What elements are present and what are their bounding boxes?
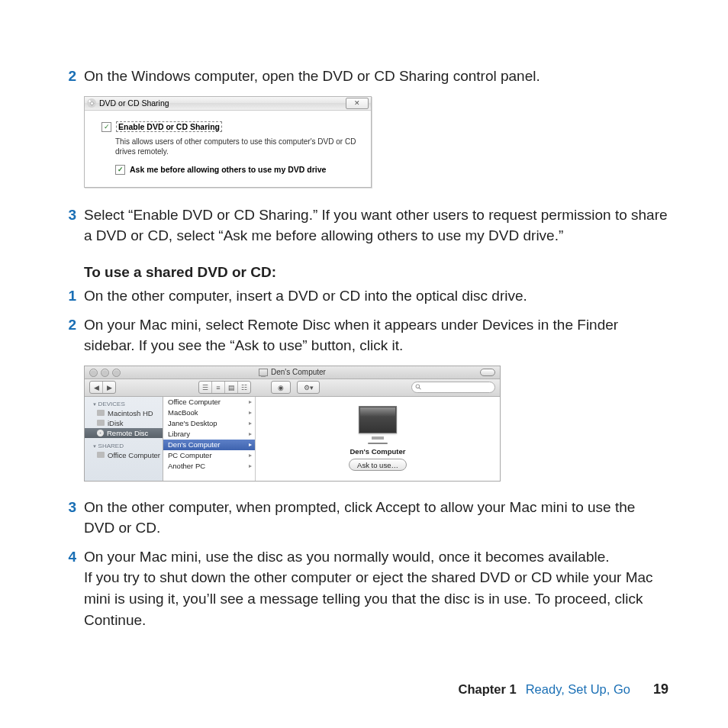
step-number: 2 bbox=[60, 66, 84, 87]
list-item-selected[interactable]: Den's Computer▸ bbox=[163, 440, 255, 450]
checkbox-icon[interactable]: ✓ bbox=[115, 165, 125, 175]
eye-icon[interactable]: ◉ bbox=[272, 382, 290, 393]
step-text: On your Mac mini, use the disc as you no… bbox=[84, 546, 668, 630]
finder-content: DEVICES Macintosh HD iDisk Remote Disc S… bbox=[85, 397, 500, 481]
close-button[interactable]: ✕ bbox=[346, 98, 369, 109]
enable-sharing-description: This allows users of other computers to … bbox=[115, 137, 360, 156]
sub-heading-row: To use a shared DVD or CD: bbox=[60, 262, 668, 283]
list-item-label: Office Computer bbox=[168, 398, 221, 406]
list-item[interactable]: PC Computer▸ bbox=[163, 450, 255, 461]
search-icon: ⚲ bbox=[413, 382, 423, 392]
back-button[interactable]: ◀ bbox=[90, 382, 103, 393]
chevron-right-icon: ▸ bbox=[249, 430, 252, 437]
action-menu-button[interactable]: ⚙▾ bbox=[297, 381, 320, 394]
chevron-right-icon: ▸ bbox=[249, 398, 252, 405]
step-b3: 3 On the other computer, when prompted, … bbox=[60, 497, 668, 539]
window-controls bbox=[89, 369, 121, 377]
step-text: On the other computer, when prompted, cl… bbox=[84, 497, 668, 539]
step-b2: 2 On your Mac mini, select Remote Disc w… bbox=[60, 314, 668, 356]
list-item-label: Another PC bbox=[168, 462, 205, 470]
chapter-label: Chapter 1 bbox=[459, 682, 517, 697]
nav-back-forward[interactable]: ◀ ▶ bbox=[89, 381, 116, 394]
step-b4: 4 On your Mac mini, use the disc as you … bbox=[60, 546, 668, 630]
step-number: 1 bbox=[60, 285, 84, 307]
finder-preview-pane: Den's Computer Ask to use… bbox=[256, 397, 500, 481]
step-text: On the other computer, insert a DVD or C… bbox=[84, 285, 668, 307]
list-view-button[interactable]: ≡ bbox=[212, 382, 225, 393]
step-text: On your Mac mini, select Remote Disc whe… bbox=[84, 314, 668, 356]
enable-sharing-row[interactable]: ✓ Enable DVD or CD Sharing bbox=[101, 121, 360, 132]
close-dot-icon[interactable] bbox=[89, 369, 98, 377]
step-text: On the Windows computer, open the DVD or… bbox=[84, 66, 668, 87]
windows-dvd-sharing-dialog: DVD or CD Sharing ✕ ✓ Enable DVD or CD S… bbox=[84, 96, 372, 188]
step-a2: 2 On the Windows computer, open the DVD … bbox=[60, 66, 668, 87]
list-item-label: MacBook bbox=[168, 408, 198, 417]
document-page: 2 On the Windows computer, open the DVD … bbox=[0, 0, 728, 630]
step-text-extra: If you try to shut down the other comput… bbox=[84, 569, 653, 627]
list-item-label: Den's Computer bbox=[168, 440, 220, 449]
finder-window: Den's Computer ◀ ▶ ☰ ≡ ▤ ☷ ◉ ⚙▾ bbox=[84, 366, 501, 482]
toolbar-toggle-pill[interactable] bbox=[480, 369, 495, 376]
gear-icon[interactable]: ⚙▾ bbox=[298, 382, 319, 393]
ask-me-label: Ask me before allowing others to use my … bbox=[130, 165, 326, 174]
icon-view-button[interactable]: ☰ bbox=[199, 382, 212, 393]
sidebar-item-label: iDisk bbox=[108, 419, 124, 427]
finder-column-list: Office Computer▸ MacBook▸ Jane's Desktop… bbox=[163, 397, 256, 481]
chevron-right-icon: ▸ bbox=[249, 452, 252, 459]
zoom-dot-icon[interactable] bbox=[112, 369, 121, 377]
ask-me-row[interactable]: ✓ Ask me before allowing others to use m… bbox=[115, 164, 360, 175]
sidebar-item-label: Office Computer bbox=[108, 451, 160, 459]
forward-button[interactable]: ▶ bbox=[103, 382, 115, 393]
chevron-right-icon: ▸ bbox=[249, 409, 252, 416]
finder-titlebar: Den's Computer bbox=[85, 366, 500, 379]
sidebar-section-shared[interactable]: SHARED bbox=[85, 441, 163, 450]
minimize-dot-icon[interactable] bbox=[101, 369, 109, 377]
disc-icon bbox=[87, 98, 96, 108]
monitor-stand-icon bbox=[372, 436, 384, 440]
list-item[interactable]: Jane's Desktop▸ bbox=[163, 418, 255, 429]
page-number: 19 bbox=[653, 681, 668, 697]
computer-icon bbox=[359, 406, 397, 433]
monitor-base-icon bbox=[368, 443, 388, 444]
list-item[interactable]: Office Computer▸ bbox=[163, 397, 255, 407]
step-text: Select “Enable DVD or CD Sharing.” If yo… bbox=[84, 205, 668, 246]
search-field[interactable]: ⚲ bbox=[411, 382, 495, 393]
chevron-right-icon: ▸ bbox=[249, 441, 252, 448]
step-text-line: On your Mac mini, use the disc as you no… bbox=[84, 549, 610, 565]
sidebar-item-label: Remote Disc bbox=[107, 429, 148, 437]
list-item[interactable]: MacBook▸ bbox=[163, 407, 255, 418]
finder-title: Den's Computer bbox=[259, 368, 326, 376]
view-switch[interactable]: ☰ ≡ ▤ ☷ bbox=[198, 381, 251, 394]
step-number: 3 bbox=[60, 497, 84, 539]
quicklook-button[interactable]: ◉ bbox=[271, 381, 291, 394]
preview-name: Den's Computer bbox=[350, 447, 406, 456]
sidebar-item-idisk[interactable]: iDisk bbox=[85, 418, 163, 428]
computer-icon bbox=[259, 369, 268, 376]
dialog-titlebar: DVD or CD Sharing ✕ bbox=[85, 97, 371, 111]
list-item-label: Jane's Desktop bbox=[168, 419, 217, 427]
sub-heading: To use a shared DVD or CD: bbox=[84, 262, 668, 283]
checkbox-icon[interactable]: ✓ bbox=[101, 122, 111, 132]
list-item[interactable]: Library▸ bbox=[163, 429, 255, 440]
drive-icon bbox=[97, 410, 105, 416]
chevron-right-icon: ▸ bbox=[249, 462, 252, 469]
dialog-body: ✓ Enable DVD or CD Sharing This allows u… bbox=[85, 111, 371, 187]
page-footer: Chapter 1 Ready, Set Up, Go 19 bbox=[459, 681, 668, 697]
step-a3: 3 Select “Enable DVD or CD Sharing.” If … bbox=[60, 205, 668, 246]
finder-title-text: Den's Computer bbox=[271, 368, 326, 376]
ask-to-use-button[interactable]: Ask to use… bbox=[349, 459, 407, 471]
sidebar-item-remote-disc[interactable]: Remote Disc bbox=[85, 428, 163, 438]
computer-icon bbox=[97, 452, 105, 458]
list-item-label: Library bbox=[168, 430, 190, 438]
drive-icon bbox=[97, 420, 105, 426]
sidebar-item-macintosh-hd[interactable]: Macintosh HD bbox=[85, 408, 163, 418]
finder-sidebar: DEVICES Macintosh HD iDisk Remote Disc S… bbox=[85, 397, 163, 481]
coverflow-view-button[interactable]: ☷ bbox=[238, 382, 250, 393]
sidebar-section-devices[interactable]: DEVICES bbox=[85, 399, 163, 408]
column-view-button[interactable]: ▤ bbox=[225, 382, 238, 393]
step-number: 4 bbox=[60, 546, 84, 630]
list-item[interactable]: Another PC▸ bbox=[163, 461, 255, 472]
list-item-label: PC Computer bbox=[168, 451, 212, 459]
sidebar-item-office-computer[interactable]: Office Computer bbox=[85, 450, 163, 460]
step-number-spacer bbox=[60, 262, 84, 283]
